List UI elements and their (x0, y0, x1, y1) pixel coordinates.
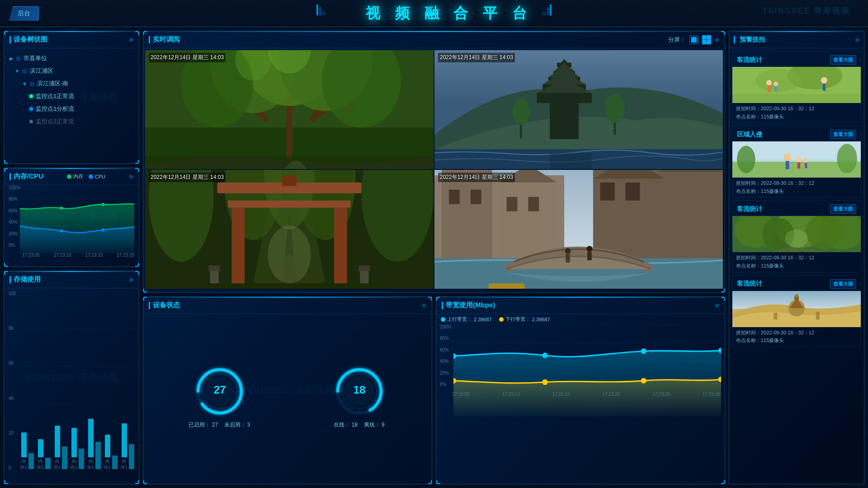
tree-item-city[interactable]: ▶ ⊙ 市直单位 (4, 52, 139, 65)
video-cell-3[interactable]: 2022年12月14日 星期三 14:03 (145, 170, 434, 289)
svg-rect-77 (489, 283, 525, 289)
bar-label-7a: 内存1 (120, 459, 128, 470)
split-2x2-btn[interactable] (702, 35, 711, 44)
alert-2-view-btn[interactable]: 查看大图 (830, 130, 856, 139)
svg-point-147 (796, 157, 802, 162)
cpu-legend-label: CPU (95, 174, 105, 179)
alert-4-view-btn[interactable]: 查看大图 (830, 279, 856, 289)
left-column: TSINGSEE 青犀视频 设备树状图 » ▶ ⊙ 市直单位 ▼ ⊙ 滨江浦区 … (4, 31, 139, 484)
status-dot-green (29, 94, 33, 98)
svg-point-132 (755, 69, 801, 92)
gauge-2-label: 在线： 18 离线： 9 (334, 421, 384, 429)
main-layout: TSINGSEE 青犀视频 设备树状图 » ▶ ⊙ 市直单位 ▼ ⊙ 滨江浦区 … (0, 27, 868, 488)
svg-rect-162 (774, 313, 777, 319)
bar-group-5: 内存1 (87, 419, 101, 470)
cpu-x-labels: 17:23:05 17:23:10 17:23:15 17:23:20 (22, 253, 134, 258)
alert-panel: 预警抓拍 » 客流统计 查看大图 (729, 31, 864, 484)
video-cell-1[interactable]: 2022年12月14日 星期三 14:03 (145, 50, 434, 169)
tree-item-monitor1-analysis[interactable]: 监控点1分析流 (4, 103, 139, 115)
tree-arrow-city: ▶ (9, 56, 13, 61)
alert-header: 预警抓拍 » (729, 31, 864, 48)
tree-label-south: 滨江浦区-南 (37, 80, 68, 88)
alert-list: 客流统计 查看大图 (729, 48, 864, 483)
svg-rect-73 (528, 197, 539, 211)
alert-thumb-3 (732, 216, 861, 252)
svg-rect-139 (732, 94, 861, 103)
svg-rect-71 (471, 190, 481, 204)
alert-item-4-header: 客流统计 查看大图 (732, 276, 861, 291)
tree-icon-south: ⊙ (29, 80, 34, 87)
cpu-chart-area: 100% 80% 60% 40% 20% 0% (4, 185, 139, 258)
video-cell-4[interactable]: 2022年12月14日 星期三 14:03 (434, 170, 723, 289)
tree-item-binjiang-south[interactable]: ▼ ⊙ 滨江浦区-南 (4, 77, 139, 90)
bar-1a (21, 432, 27, 457)
storage-expand[interactable]: » (129, 275, 133, 284)
bar-label-4a: 内存1 (70, 459, 78, 470)
video-cell-2[interactable]: 2022年12月14日 星期三 14:03 (434, 50, 723, 169)
status-dot-gray (29, 120, 33, 123)
tree-item-monitor2-normal[interactable]: 监控点2正常流 (4, 115, 139, 128)
svg-point-143 (737, 146, 755, 174)
svg-rect-148 (797, 162, 800, 169)
alert-item-1: 客流统计 查看大图 (732, 51, 861, 123)
alert-thumb-2 (732, 141, 861, 178)
device-status-panel: TSINGSEE 青犀视频 设备状态 » (143, 296, 432, 484)
svg-point-6 (60, 206, 63, 210)
back-button[interactable]: 后台 (9, 6, 39, 21)
device-status-expand[interactable]: » (422, 300, 426, 310)
gauge-wrapper-1: 27 已启用： 27 未启用： 3 (189, 364, 250, 429)
svg-rect-150 (805, 163, 807, 168)
svg-marker-69 (658, 170, 723, 172)
svg-rect-54 (145, 283, 434, 289)
alert-3-info: 抓拍时间：2022-09-30 16：32：12 布点名称：115摄像头 (732, 252, 861, 272)
bandwidth-expand[interactable]: » (715, 300, 719, 310)
upload-dot (441, 317, 445, 322)
video-timestamp-1: 2022年12月14日 星期三 14:03 (149, 53, 226, 62)
alert-1-view-btn[interactable]: 查看大图 (830, 55, 856, 65)
tree-item-binjiang[interactable]: ▼ ⊙ 滨江浦区 (4, 65, 139, 77)
alert-3-view-btn[interactable]: 查看大图 (830, 204, 856, 214)
alert-item-2: 区域入侵 查看大图 (732, 126, 861, 197)
svg-point-7 (102, 203, 105, 206)
monitor-expand[interactable]: » (715, 35, 719, 44)
gauge-svg-2: 18 (332, 364, 387, 418)
bar-1b (28, 453, 34, 469)
svg-text:18: 18 (353, 384, 365, 396)
right-column: 预警抓拍 » 客流统计 查看大图 (729, 31, 864, 484)
bar-4b (79, 449, 84, 469)
alert-expand[interactable]: » (855, 35, 859, 44)
gauge-wrapper-2: 18 在线： 18 离线： 9 (332, 364, 387, 429)
top-deco-left (316, 5, 326, 15)
bar-7b (129, 444, 134, 469)
bar-group-1: 内存1 (20, 432, 34, 470)
memory-legend-label: 内存 (73, 173, 83, 180)
svg-point-144 (837, 144, 857, 174)
storage-panel: TSINGSEE 青犀视频 存储使用 » 100 80 60 40 20 0 (4, 271, 139, 484)
split-1x1-btn[interactable] (689, 35, 698, 44)
tree-label-binjiang: 滨江浦区 (30, 67, 53, 75)
svg-rect-58 (359, 265, 370, 271)
cpu-chart-svg (20, 185, 134, 253)
cpu-legend: 内存 CPU (67, 173, 105, 180)
storage-title: 存储使用 (9, 275, 41, 284)
split-grid-icon (703, 35, 711, 44)
title-bar-icon (734, 36, 735, 43)
video-tree-scene (145, 50, 434, 169)
device-tree-expand[interactable]: » (129, 35, 133, 44)
alert-3-camera: 布点名称：115摄像头 (736, 262, 857, 270)
cpu-expand[interactable]: » (129, 172, 133, 181)
bar-2b (45, 458, 51, 469)
monitor1-normal-label: 监控点1正常流 (36, 92, 74, 100)
alert-4-type: 客流统计 (737, 280, 762, 288)
bar-5a (88, 419, 94, 457)
storage-header: 存储使用 » (4, 271, 139, 288)
tree-item-monitor1-normal[interactable]: 监控点1正常流 (4, 90, 139, 103)
svg-point-156 (806, 216, 842, 249)
svg-rect-38 (550, 103, 579, 139)
svg-rect-36 (537, 93, 591, 103)
alert-3-time: 抓拍时间：2022-09-30 16：32：12 (736, 254, 857, 262)
alert-2-info: 抓拍时间：2022-09-30 16：32：12 布点名称：115摄像头 (732, 178, 861, 197)
bw-legend: 上行带宽： 2.39687 下行带宽： 2.39687 (436, 314, 725, 324)
svg-point-149 (803, 158, 808, 163)
cpu-title: 内存/CPU (9, 172, 43, 181)
